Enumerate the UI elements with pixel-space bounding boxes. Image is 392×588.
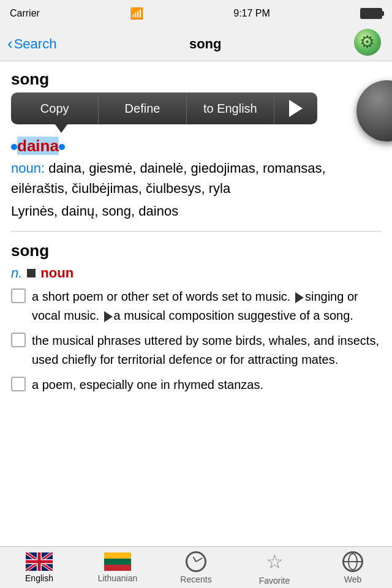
checkbox-2[interactable] [11,333,26,347]
tab-web-label: Web [344,575,362,584]
selection-handle-start [11,144,17,150]
selection-handle-end [59,144,65,150]
svg-rect-9 [104,552,131,559]
pos-long: noun [40,265,74,281]
tab-recents[interactable]: Recents [157,547,235,588]
tab-bar: English Lithuanian Recents ☆ Favorite We… [0,546,392,588]
tab-english-label: English [25,573,53,583]
status-time: 9:17 PM [233,8,270,19]
play-inline-icon-2 [104,311,113,322]
nav-title: song [189,36,222,52]
tab-lithuanian-label: Lithuanian [98,573,138,583]
tab-web[interactable]: Web [314,547,392,588]
section-divider [11,231,381,232]
second-entry-word: song [11,241,381,260]
star-icon: ☆ [266,550,284,573]
battery-icon [360,8,382,19]
nav-bar: ‹ Search song ⚙ [0,27,392,61]
checkbox-3[interactable] [11,377,26,391]
first-entry-word: song [11,70,381,89]
selected-text: daina [17,137,59,155]
play-icon [289,100,303,117]
chevron-left-icon: ‹ [7,34,13,53]
definition-item-2: the musical phrases uttered by some bird… [11,331,381,369]
definition-item-3: a poem, especially one in rhymed stanzas… [11,375,381,394]
tab-lithuanian[interactable]: Lithuanian [78,547,157,588]
translation-line: noun: daina, giesmė, dainelė, giedojimas… [11,158,381,198]
extra-translation-line: Lyrinės, dainų, song, dainos [11,201,381,221]
to-english-button[interactable]: to English [187,92,274,124]
def-text-2: the musical phrases uttered by some bird… [32,331,381,369]
translation-text: daina, giesmė, dainelė, giedojimas, roma… [11,160,326,196]
define-button[interactable]: Define [99,92,186,124]
play-inline-icon-1 [295,292,304,303]
play-button[interactable] [274,92,317,124]
definition-item-1: a short poem or other set of words set t… [11,287,381,325]
carrier-label: Carrier [10,8,40,19]
pos-line: n. noun [11,265,381,281]
uk-flag-icon [26,552,53,571]
status-bar: Carrier 📶 9:17 PM [0,0,392,27]
back-label: Search [14,36,57,52]
pos-label: noun: [11,160,45,176]
tab-recents-label: Recents [180,575,211,584]
tab-favorite-label: Favorite [259,576,290,586]
globe-icon [342,551,363,572]
lt-flag-icon [104,552,131,571]
back-button[interactable]: ‹ Search [7,34,56,53]
svg-rect-11 [104,565,131,571]
lt-word: daina [11,137,381,156]
wifi-icon: 📶 [130,7,143,20]
content-area: song Copy Define to English daina noun: … [0,61,392,546]
pos-short: n. [11,265,22,281]
pos-square-icon [27,269,36,277]
checkbox-1[interactable] [11,288,26,303]
def-text-3: a poem, especially one in rhymed stanzas… [32,375,381,394]
gear-icon: ⚙ [354,29,381,56]
settings-button[interactable]: ⚙ [354,29,385,59]
audio-knob [356,80,392,141]
copy-button[interactable]: Copy [11,92,99,124]
tab-favorite[interactable]: ☆ Favorite [235,547,314,588]
svg-rect-10 [104,559,131,565]
tab-english[interactable]: English [0,547,78,588]
svg-rect-8 [38,552,41,571]
clock-icon [186,551,206,572]
context-menu-wrapper: Copy Define to English [11,92,381,124]
context-menu: Copy Define to English [11,92,317,124]
globe-oval [348,553,358,570]
def-text-1: a short poem or other set of words set t… [32,287,381,325]
clock-minute-hand [196,557,203,562]
